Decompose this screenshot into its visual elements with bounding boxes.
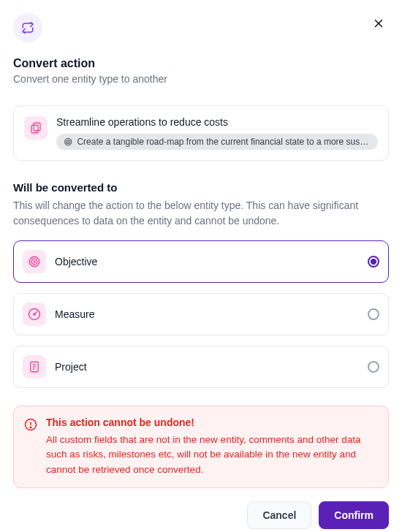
modal-subtitle: Convert one entity type to another bbox=[13, 73, 389, 85]
svg-point-17 bbox=[30, 427, 31, 428]
option-label: Measure bbox=[55, 308, 359, 320]
objective-icon bbox=[23, 250, 46, 273]
entity-chip: Create a tangible road-map from the curr… bbox=[56, 134, 378, 150]
confirm-button[interactable]: Confirm bbox=[319, 501, 389, 529]
alert-text: All custom fields that are not in the ne… bbox=[46, 433, 378, 477]
alert-icon bbox=[24, 418, 37, 477]
svg-rect-2 bbox=[34, 123, 40, 131]
radio-unselected bbox=[368, 361, 379, 373]
svg-point-9 bbox=[34, 261, 35, 262]
radio-unselected bbox=[368, 308, 379, 320]
option-measure[interactable]: Measure bbox=[13, 293, 389, 335]
warning-alert: This action cannot be undone! All custom… bbox=[13, 406, 389, 488]
svg-point-10 bbox=[34, 314, 35, 315]
option-project[interactable]: Project bbox=[13, 346, 389, 388]
entity-chip-text: Create a tangible road-map from the curr… bbox=[77, 137, 371, 147]
svg-point-6 bbox=[68, 141, 69, 142]
close-button[interactable] bbox=[368, 13, 389, 34]
project-icon bbox=[23, 355, 46, 379]
modal-title: Convert action bbox=[13, 57, 389, 70]
entity-title: Streamline operations to reduce costs bbox=[56, 116, 378, 128]
close-icon bbox=[372, 17, 385, 30]
option-label: Objective bbox=[55, 256, 359, 267]
modal-footer: Cancel Confirm bbox=[13, 488, 389, 529]
radio-selected bbox=[368, 256, 379, 267]
target-icon bbox=[64, 137, 72, 147]
convert-icon bbox=[13, 13, 42, 42]
measure-icon bbox=[23, 303, 46, 326]
modal-header bbox=[13, 13, 389, 42]
alert-title: This action cannot be undone! bbox=[46, 417, 378, 428]
cancel-button[interactable]: Cancel bbox=[247, 501, 311, 529]
option-objective[interactable]: Objective bbox=[13, 240, 389, 283]
section-title: Will be converted to bbox=[13, 181, 389, 194]
option-label: Project bbox=[55, 361, 359, 373]
svg-rect-3 bbox=[31, 125, 38, 133]
section-description: This will change the action to the below… bbox=[13, 198, 389, 229]
action-icon bbox=[24, 116, 48, 140]
source-entity-card: Streamline operations to reduce costs Cr… bbox=[13, 105, 389, 161]
